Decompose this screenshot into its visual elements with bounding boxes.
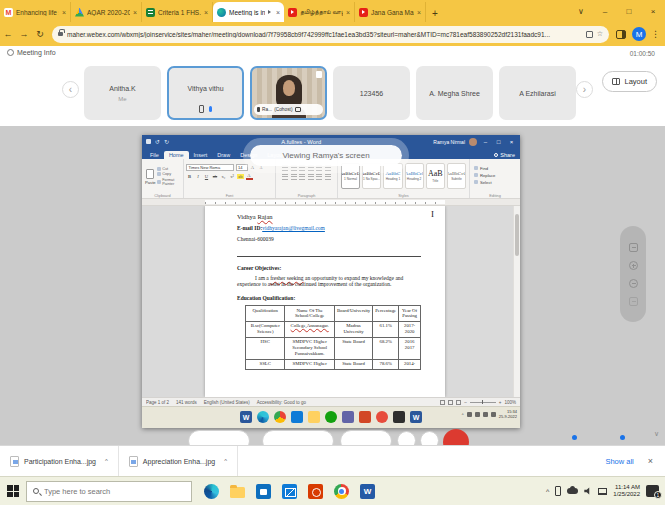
web-layout-icon[interactable] bbox=[456, 400, 461, 405]
subscript-button[interactable]: x₂ bbox=[220, 174, 227, 179]
highlight-button[interactable]: ab bbox=[237, 174, 244, 179]
cut-button[interactable]: Cut bbox=[157, 167, 181, 171]
tab-close-icon[interactable]: × bbox=[133, 9, 137, 16]
remote-folder-icon[interactable] bbox=[308, 411, 320, 423]
zoom-slider[interactable] bbox=[470, 402, 496, 403]
word-tab-draw[interactable]: Draw bbox=[212, 151, 235, 160]
read-mode-icon[interactable] bbox=[440, 400, 445, 405]
address-bar[interactable]: maher.webex.com/wbxmjs/joinservice/sites… bbox=[52, 26, 609, 43]
tab-criteria-sheet[interactable]: Criteria 1 FHS.xlsx - G × bbox=[142, 2, 213, 22]
tab-search-caret-icon[interactable]: ∨ bbox=[569, 7, 593, 16]
zoom-out-icon[interactable] bbox=[629, 279, 638, 288]
tab-close-icon[interactable]: × bbox=[276, 9, 280, 16]
close-window-button[interactable]: × bbox=[641, 7, 665, 16]
remote-word2-icon[interactable]: W bbox=[410, 411, 422, 423]
participants-indicator-dot[interactable] bbox=[572, 435, 577, 440]
remote-network-icon[interactable] bbox=[491, 412, 496, 417]
remote-chrome-icon[interactable] bbox=[274, 411, 286, 423]
remote-office-icon[interactable] bbox=[376, 411, 388, 423]
notification-center-icon[interactable]: 1 bbox=[646, 485, 659, 497]
format-painter-button[interactable]: Format Painter bbox=[157, 178, 181, 186]
layout-button[interactable]: Layout bbox=[602, 71, 657, 92]
filmstrip-next-button[interactable]: › bbox=[576, 81, 593, 98]
reload-button[interactable]: ↻ bbox=[32, 29, 48, 39]
tray-expand-caret[interactable]: ^ bbox=[546, 488, 549, 495]
tab-close-icon[interactable]: × bbox=[417, 9, 421, 16]
strikethrough-button[interactable]: ab bbox=[212, 174, 219, 179]
participant-tile-123456[interactable]: 123456 bbox=[333, 66, 410, 120]
remote-teams-icon[interactable] bbox=[342, 411, 354, 423]
volume-icon[interactable] bbox=[584, 487, 592, 495]
chrome-icon[interactable] bbox=[334, 484, 349, 499]
search-input[interactable] bbox=[44, 487, 164, 496]
align-center-icon[interactable] bbox=[291, 174, 297, 180]
font-color-button[interactable]: A bbox=[246, 173, 253, 180]
word-tab-home[interactable]: Home bbox=[164, 151, 189, 160]
start-button[interactable] bbox=[0, 477, 26, 505]
download-caret-icon[interactable]: ^ bbox=[224, 458, 227, 464]
office-icon[interactable] bbox=[308, 484, 323, 499]
participant-tile-anitha[interactable]: Anitha.K Me bbox=[84, 66, 161, 120]
share-page-icon[interactable] bbox=[586, 31, 593, 38]
word-restore-icon[interactable]: □ bbox=[494, 139, 503, 145]
new-tab-button[interactable]: + bbox=[426, 4, 444, 22]
browser-menu-icon[interactable]: ⋮ bbox=[651, 29, 660, 39]
word-count[interactable]: 141 words bbox=[176, 400, 197, 405]
bold-button[interactable]: B bbox=[186, 174, 193, 179]
style-title[interactable]: AaB Title bbox=[426, 163, 445, 189]
zoom-out-icon[interactable]: – bbox=[464, 400, 467, 405]
minimize-window-button[interactable]: – bbox=[593, 7, 617, 16]
line-spacing-icon[interactable] bbox=[316, 174, 322, 180]
word-tab-file[interactable]: File bbox=[145, 151, 164, 160]
file-explorer-icon[interactable] bbox=[230, 487, 245, 498]
forward-button[interactable]: → bbox=[16, 29, 32, 39]
save-icon[interactable] bbox=[146, 139, 151, 144]
tab-aqar[interactable]: AQAR 2020-2021 - G × bbox=[71, 2, 142, 22]
word-icon[interactable]: W bbox=[360, 484, 375, 499]
align-left-icon[interactable] bbox=[282, 174, 288, 180]
grow-font-icon[interactable]: A bbox=[249, 165, 256, 170]
meeting-info-button[interactable]: Meeting Info bbox=[7, 49, 56, 56]
participant-tile-ezhilarasi[interactable]: A Ezhilarasi bbox=[499, 66, 576, 120]
accessibility-indicator[interactable]: Accessibility: Good to go bbox=[257, 400, 306, 405]
justify-icon[interactable] bbox=[308, 174, 314, 180]
show-all-downloads-link[interactable]: Show all bbox=[605, 457, 633, 466]
tab-close-icon[interactable]: × bbox=[346, 9, 350, 16]
style-heading-2[interactable]: AaBbCcl Heading 2 bbox=[405, 163, 424, 189]
download-item-participation[interactable]: Participation Enha...jpg ^ bbox=[0, 446, 119, 476]
bookmark-star-icon[interactable]: ☆ bbox=[597, 30, 603, 38]
edge-icon[interactable] bbox=[204, 484, 219, 499]
shrink-font-icon[interactable]: A bbox=[258, 166, 265, 170]
remote-word-icon[interactable]: W bbox=[240, 411, 252, 423]
zoom-in-icon[interactable] bbox=[629, 261, 638, 270]
paste-button[interactable]: Paste bbox=[144, 161, 157, 191]
download-caret-icon[interactable]: ^ bbox=[105, 458, 108, 464]
network-icon[interactable] bbox=[598, 488, 607, 495]
align-right-icon[interactable] bbox=[299, 174, 305, 180]
tab-youtube-jana-gana-mana[interactable]: Jana Gana Mana (HD × bbox=[355, 2, 426, 22]
remote-edge-icon[interactable] bbox=[257, 411, 269, 423]
style-no-spacing[interactable]: AaBbCcDt 1 No Spac... bbox=[362, 163, 381, 189]
italic-button[interactable]: I bbox=[195, 174, 202, 179]
underline-button[interactable]: U bbox=[203, 174, 210, 179]
tab-close-icon[interactable]: × bbox=[204, 9, 208, 16]
language-indicator[interactable]: English (United States) bbox=[204, 400, 250, 405]
taskbar-search[interactable] bbox=[26, 481, 192, 502]
maximize-window-button[interactable]: □ bbox=[617, 7, 641, 16]
onedrive-icon[interactable] bbox=[567, 488, 578, 494]
tab-close-icon[interactable]: × bbox=[62, 9, 66, 16]
zoom-extra-icon[interactable] bbox=[629, 297, 638, 306]
email-link[interactable]: vidhyarajan@livegmail.com bbox=[262, 225, 325, 231]
controls-caret-icon[interactable]: ∨ bbox=[654, 430, 659, 438]
download-item-appreciation[interactable]: Appreciation Enha...jpg ^ bbox=[119, 446, 238, 476]
remote-cloud-icon[interactable] bbox=[475, 412, 480, 417]
microsoft-store-icon[interactable] bbox=[256, 484, 271, 499]
borders-icon[interactable] bbox=[325, 174, 331, 180]
remote-speaker-icon[interactable] bbox=[483, 412, 488, 417]
chat-indicator-dot[interactable] bbox=[620, 435, 625, 440]
back-button[interactable]: ← bbox=[0, 29, 16, 39]
participant-tile-vithya[interactable]: Vithya vithu bbox=[167, 66, 244, 120]
remote-tray-caret[interactable]: ^ bbox=[462, 412, 464, 417]
tab-youtube-tamil[interactable]: தமிழ்த்தாய் வாழ் × bbox=[284, 2, 355, 22]
font-name-select[interactable]: Times New Roma bbox=[186, 164, 234, 171]
